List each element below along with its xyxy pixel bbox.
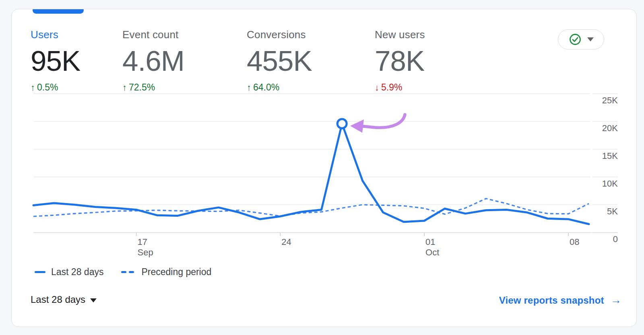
arrow-right-icon: → bbox=[611, 294, 621, 306]
svg-text:24: 24 bbox=[281, 237, 291, 247]
legend-label-preceding: Preceding period bbox=[141, 267, 211, 277]
svg-text:17: 17 bbox=[138, 237, 147, 247]
svg-text:10K: 10K bbox=[602, 179, 618, 189]
date-range-selector[interactable]: Last 28 days bbox=[31, 294, 97, 305]
svg-text:20K: 20K bbox=[602, 123, 618, 133]
legend: Last 28 days Preceding period bbox=[35, 267, 211, 277]
caret-down-icon bbox=[90, 298, 97, 302]
svg-text:25K: 25K bbox=[602, 95, 618, 105]
svg-text:5K: 5K bbox=[607, 206, 618, 216]
date-range-label: Last 28 days bbox=[31, 294, 85, 305]
svg-text:15K: 15K bbox=[602, 151, 618, 161]
view-reports-link[interactable]: View reports snapshot → bbox=[499, 294, 621, 306]
svg-text:0: 0 bbox=[613, 234, 618, 244]
legend-swatch-solid bbox=[35, 271, 45, 273]
svg-text:Sep: Sep bbox=[138, 247, 153, 257]
legend-label-current: Last 28 days bbox=[51, 267, 103, 277]
analytics-overview-card: Users 95K ↑0.5% Event count 4.6M ↑72.5% … bbox=[11, 9, 637, 327]
svg-text:08: 08 bbox=[570, 237, 579, 247]
view-reports-label: View reports snapshot bbox=[499, 295, 604, 306]
svg-text:Oct: Oct bbox=[425, 247, 439, 257]
svg-text:01: 01 bbox=[425, 237, 435, 247]
legend-swatch-dashed bbox=[121, 271, 136, 273]
trend-chart[interactable]: 25K20K15K10K5K017Sep2401Oct08 bbox=[12, 9, 637, 327]
annotation-arrow bbox=[350, 115, 405, 133]
